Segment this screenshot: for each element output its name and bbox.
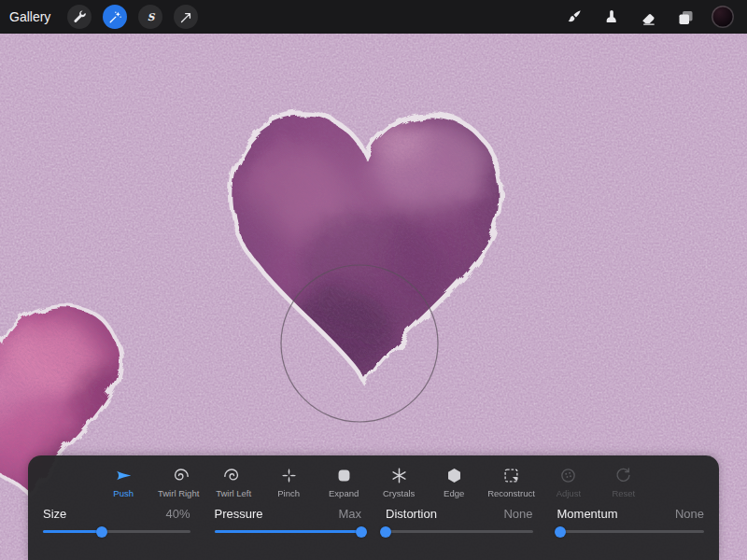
reset-refresh-icon (613, 465, 633, 485)
mode-label: Reconstruct (487, 488, 535, 498)
toolbar-left-group: Gallery S (9, 5, 198, 29)
mode-adjust[interactable]: Adjust (547, 465, 590, 498)
mode-label: Edge (444, 488, 464, 498)
mode-label: Pinch (277, 488, 300, 498)
momentum-slider[interactable] (557, 530, 705, 533)
selection-s-icon: S (143, 9, 159, 25)
slider-value: None (503, 507, 532, 521)
mode-reset[interactable]: Reset (602, 465, 645, 498)
slider-knob[interactable] (356, 526, 367, 538)
brush-button[interactable] (562, 6, 585, 28)
push-arrow-icon (114, 465, 134, 485)
selection-s-glyph: S (148, 11, 156, 23)
liquify-slider-row: Size 40% Pressure Max Distortion None (41, 498, 706, 533)
mode-label: Reset (612, 488, 635, 498)
magic-wand-icon (107, 9, 123, 25)
slider-label: Distortion (386, 507, 437, 521)
slider-value: Max (338, 507, 361, 521)
mode-label: Expand (329, 488, 359, 498)
mode-label: Twirl Left (216, 488, 251, 498)
slider-fill (215, 530, 362, 533)
toolbar-right-group (562, 6, 738, 28)
selection-button[interactable]: S (138, 5, 162, 29)
smudge-button[interactable] (599, 6, 622, 28)
smudge-finger-icon (601, 7, 621, 27)
slider-knob[interactable] (380, 526, 391, 538)
mode-twirl-right[interactable]: Twirl Right (157, 465, 200, 498)
eraser-button[interactable] (637, 6, 659, 28)
liquify-panel: Push Twirl Right Twirl Left (28, 455, 719, 560)
mode-twirl-left[interactable]: Twirl Left (212, 465, 255, 498)
spiral-right-icon (169, 465, 189, 485)
reconstruct-icon (501, 465, 521, 485)
layers-button[interactable] (674, 6, 697, 28)
distortion-slider-group: Distortion None (386, 507, 533, 533)
transform-arrow-icon (178, 9, 194, 25)
mode-edge[interactable]: Edge (432, 465, 475, 498)
mode-push[interactable]: Push (102, 465, 145, 498)
slider-label: Momentum (557, 507, 618, 521)
pressure-slider-group: Pressure Max (215, 507, 362, 533)
mode-label: Adjust (557, 488, 581, 498)
mode-label: Twirl Right (158, 488, 199, 498)
slider-knob[interactable] (96, 526, 107, 538)
momentum-slider-group: Momentum None (557, 507, 705, 533)
mode-expand[interactable]: Expand (322, 465, 365, 498)
color-button[interactable] (712, 6, 734, 28)
pressure-slider[interactable] (215, 530, 362, 533)
slider-value: 40% (165, 507, 190, 521)
expand-blob-icon (334, 465, 354, 485)
mode-crystals[interactable]: Crystals (377, 465, 420, 498)
size-slider-group: Size 40% (43, 507, 190, 533)
slider-knob[interactable] (555, 526, 566, 538)
eraser-icon (639, 7, 658, 27)
transform-button[interactable] (174, 5, 198, 29)
top-toolbar: Gallery S (0, 0, 747, 34)
gallery-button[interactable]: Gallery (9, 9, 50, 24)
color-disc-icon (712, 6, 734, 28)
adjust-circle-icon (558, 465, 578, 485)
layers-icon (676, 7, 696, 27)
adjustments-button[interactable] (103, 5, 127, 29)
slider-value: None (675, 507, 704, 521)
mode-reconstruct[interactable]: Reconstruct (487, 465, 535, 498)
slider-label: Size (43, 507, 66, 521)
size-slider[interactable] (43, 530, 190, 533)
slider-fill (43, 530, 102, 533)
slider-label: Pressure (215, 507, 263, 521)
brush-icon (564, 7, 584, 27)
pinch-petals-icon (279, 465, 299, 485)
actions-button[interactable] (67, 5, 92, 29)
hexagon-icon (444, 465, 464, 485)
wrench-icon (72, 9, 88, 25)
spiral-left-icon (224, 465, 244, 485)
crystals-star-icon (389, 465, 409, 485)
distortion-slider[interactable] (386, 530, 533, 533)
mode-pinch[interactable]: Pinch (267, 465, 310, 498)
liquify-mode-row: Push Twirl Right Twirl Left (41, 465, 706, 498)
mode-label: Crystals (383, 488, 415, 498)
mode-label: Push (113, 488, 134, 498)
